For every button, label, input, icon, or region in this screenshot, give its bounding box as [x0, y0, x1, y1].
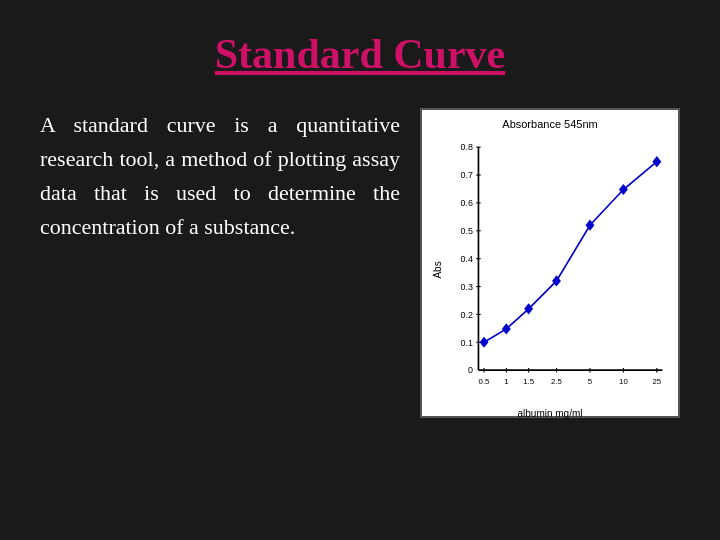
svg-text:0.7: 0.7 — [460, 170, 472, 180]
svg-text:0.5: 0.5 — [460, 226, 472, 236]
svg-text:0.3: 0.3 — [460, 282, 472, 292]
body-text: A standard curve is a quantitative resea… — [40, 108, 400, 244]
chart-inner: Abs 0.8 0.7 0.6 0.5 0.4 — [432, 134, 668, 406]
svg-text:0.5: 0.5 — [479, 377, 491, 386]
svg-text:0.2: 0.2 — [460, 310, 472, 320]
svg-text:0.8: 0.8 — [460, 142, 472, 152]
chart-container: Absorbance 545nm Abs 0.8 0.7 0.6 0.5 — [420, 108, 680, 418]
page-title: Standard Curve — [215, 30, 506, 78]
svg-text:1.5: 1.5 — [523, 377, 535, 386]
svg-marker-39 — [652, 156, 661, 167]
y-axis-label: Abs — [432, 134, 443, 406]
svg-text:0.1: 0.1 — [460, 338, 472, 348]
svg-text:1: 1 — [504, 377, 508, 386]
svg-text:10: 10 — [619, 377, 628, 386]
svg-text:0: 0 — [468, 365, 473, 375]
svg-text:25: 25 — [653, 377, 662, 386]
svg-text:0.6: 0.6 — [460, 198, 472, 208]
svg-text:5: 5 — [588, 377, 593, 386]
content-area: A standard curve is a quantitative resea… — [40, 108, 680, 418]
svg-text:2.5: 2.5 — [551, 377, 563, 386]
x-axis-label: albumin mg/ml — [517, 408, 582, 419]
chart-svg: 0.8 0.7 0.6 0.5 0.4 0.3 0.2 0.1 0 — [445, 134, 668, 406]
svg-text:0.4: 0.4 — [460, 254, 472, 264]
chart-title: Absorbance 545nm — [502, 118, 597, 130]
svg-marker-33 — [480, 337, 489, 348]
